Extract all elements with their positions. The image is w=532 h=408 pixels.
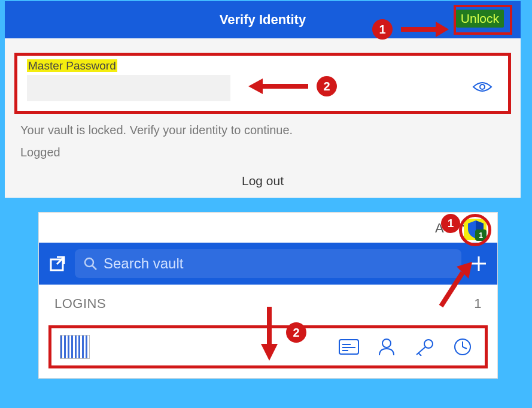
svg-point-10 <box>85 258 93 267</box>
svg-marker-1 <box>436 22 449 37</box>
popup-search-bar <box>39 243 497 285</box>
card-icon[interactable] <box>339 339 359 355</box>
svg-line-20 <box>417 347 425 355</box>
annotation-callout-2: 2 <box>317 76 337 96</box>
annotation-arrow-diag <box>436 262 472 310</box>
clock-icon[interactable] <box>454 338 472 356</box>
popout-icon[interactable] <box>48 255 66 273</box>
annotation-callout-1: 1 <box>372 19 393 40</box>
svg-marker-4 <box>248 78 263 94</box>
browser-toolbar: A + 1 1 <box>39 213 497 243</box>
search-field-wrap <box>75 249 461 278</box>
annotation-arrow-right <box>401 19 449 40</box>
svg-point-18 <box>382 339 391 347</box>
search-icon <box>83 256 98 271</box>
svg-point-2 <box>480 84 485 89</box>
add-item-button[interactable] <box>470 255 488 273</box>
master-password-label: Master Password <box>27 59 117 72</box>
svg-line-21 <box>418 353 421 356</box>
logins-label: LOGINS <box>54 296 106 312</box>
svg-line-11 <box>92 265 96 270</box>
annotation-arrow-left <box>248 76 308 96</box>
annotation-callout-1: 1 <box>441 214 460 233</box>
verify-identity-panel: Verify Identity Unlock 1 Master Password… <box>5 1 521 198</box>
svg-line-25 <box>441 273 463 306</box>
svg-marker-28 <box>261 344 278 361</box>
svg-line-24 <box>463 347 467 349</box>
annotation-extension-circle <box>459 214 491 246</box>
svg-point-19 <box>424 340 433 348</box>
search-input[interactable] <box>104 255 453 272</box>
site-favicon <box>60 335 90 359</box>
annotation-callout-2: 2 <box>286 322 306 343</box>
identity-icon[interactable] <box>378 338 395 356</box>
master-password-card: Master Password 2 <box>14 53 511 114</box>
logins-count: 1 <box>474 296 482 312</box>
key-icon[interactable] <box>414 338 434 356</box>
vault-locked-message: Your vault is locked. Verify your identi… <box>20 123 505 137</box>
annotation-arrow-down <box>257 307 281 361</box>
logged-in-row: Logged <box>20 146 505 159</box>
master-password-input[interactable] <box>27 75 230 101</box>
annotation-unlock-outline <box>454 5 512 35</box>
logout-link[interactable]: Log out <box>5 165 521 198</box>
page-title: Verify Identity <box>220 12 306 28</box>
reveal-password-icon[interactable] <box>472 80 493 94</box>
